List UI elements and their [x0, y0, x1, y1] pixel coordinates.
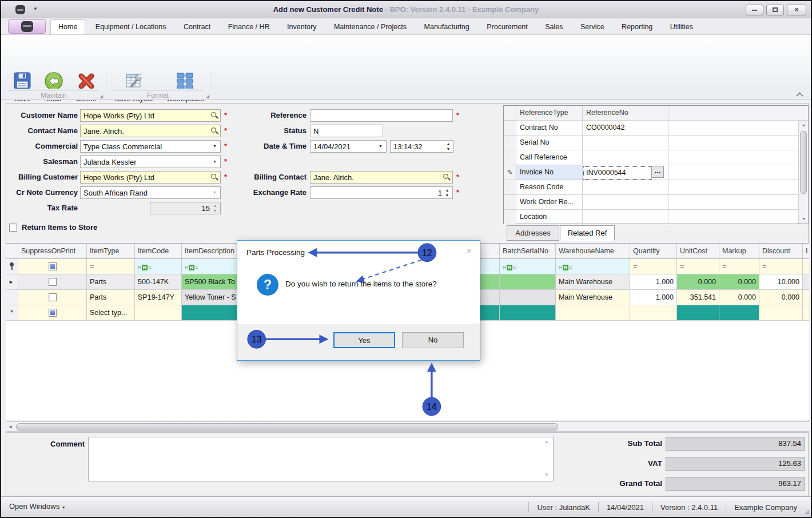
ref-row-reason[interactable]: Reason Code	[504, 180, 808, 195]
cell-quantity[interactable]	[630, 305, 677, 320]
cell-unitcost[interactable]: 0.000	[677, 274, 719, 289]
tab-related-ref[interactable]: Related Ref	[560, 225, 615, 241]
status-input[interactable]	[310, 125, 383, 137]
collapse-ribbon-icon[interactable]	[796, 92, 803, 99]
cell-warehousename[interactable]	[556, 305, 630, 320]
cell-batchserialno[interactable]	[500, 290, 556, 305]
billing-customer-input[interactable]	[80, 171, 221, 184]
cell-quantity[interactable]: 1.000	[630, 274, 677, 289]
col-unitcost[interactable]: UnitCost	[677, 244, 719, 258]
time-input[interactable]	[390, 140, 453, 153]
filter-quantity[interactable]: =	[630, 259, 677, 274]
cell-suppress-checkbox[interactable]	[18, 290, 87, 305]
col-batchserialno[interactable]: BatchSerialNo	[500, 244, 556, 258]
cell-markup[interactable]: 0.000	[719, 290, 759, 305]
cr-note-currency-select[interactable]	[80, 186, 221, 199]
cell-batchserialno[interactable]	[500, 305, 556, 320]
cell-suppress-checkbox[interactable]	[18, 305, 87, 320]
col-warehousename[interactable]: WarehouseName	[556, 244, 630, 258]
close-button[interactable]: ×	[787, 5, 806, 15]
cell-markup[interactable]: 0.000	[719, 274, 759, 289]
ref-col-referenceno[interactable]: ReferenceNo	[583, 106, 668, 120]
cell-itemtype[interactable]: Parts	[87, 290, 135, 305]
tab-utilities[interactable]: Utilities	[663, 20, 700, 34]
contact-name-input[interactable]	[80, 125, 221, 137]
ref-row-call[interactable]: Call Reference	[504, 150, 808, 165]
cell-suppress-checkbox[interactable]	[18, 274, 87, 289]
search-icon[interactable]	[443, 173, 450, 181]
tab-home[interactable]: Home	[50, 19, 85, 34]
ref-row-invoice[interactable]: ✎ Invoice No INV0000544...	[504, 165, 808, 180]
search-icon[interactable]	[210, 111, 218, 119]
filter-suppressonprint[interactable]	[18, 259, 87, 274]
filter-batchserialno[interactable]: RBC	[500, 259, 556, 274]
maintain-dialog-launcher-icon[interactable]: ◢	[99, 94, 103, 99]
grid-horizontal-scrollbar[interactable]: ◄	[6, 421, 809, 432]
tab-manufacturing[interactable]: Manufacturing	[417, 20, 477, 34]
col-suppressonprint[interactable]: SuppressOnPrint	[18, 244, 87, 258]
cell-itemcode[interactable]	[135, 305, 182, 320]
resize-grip-icon[interactable]: ◢	[805, 508, 809, 515]
col-itemtype[interactable]: ItemType	[87, 244, 135, 258]
invoice-no-editor[interactable]: INV0000544	[584, 167, 651, 179]
cell-itemtype[interactable]: Parts	[87, 274, 135, 289]
commercial-select[interactable]	[80, 140, 221, 153]
no-button[interactable]: No	[402, 332, 464, 348]
filter-discount[interactable]: =	[759, 259, 803, 274]
tab-equipment-locations[interactable]: Equipment / Locations	[88, 20, 174, 34]
col-discount[interactable]: Discount	[759, 244, 803, 258]
date-input[interactable]	[310, 140, 387, 153]
ellipsis-button[interactable]: ...	[651, 166, 664, 178]
tab-procurement[interactable]: Procurement	[479, 20, 535, 34]
billing-contact-input[interactable]	[310, 171, 453, 184]
tab-service[interactable]: Service	[573, 20, 612, 34]
comment-textarea[interactable]	[88, 437, 554, 481]
ref-row-contract[interactable]: Contract No CO0000042	[504, 121, 808, 136]
col-markup[interactable]: Markup	[719, 244, 759, 258]
ref-scrollbar[interactable]: ▲ ▼	[798, 121, 808, 224]
tab-finance-hr[interactable]: Finance / HR	[221, 20, 277, 34]
yes-button[interactable]: Yes	[333, 332, 395, 348]
cell-markup[interactable]	[719, 305, 759, 320]
cell-quantity[interactable]: 1.000	[630, 290, 677, 305]
return-items-checkbox[interactable]	[9, 224, 17, 232]
cell-batchserialno[interactable]	[500, 274, 556, 289]
cell-unitcost[interactable]	[677, 305, 719, 320]
scroll-up-icon[interactable]: ▲	[799, 121, 809, 130]
scroll-up-icon[interactable]: ▲	[544, 439, 549, 444]
salesman-select[interactable]	[80, 156, 221, 168]
filter-unitcost[interactable]: =	[677, 259, 719, 274]
scroll-left-icon[interactable]: ◄	[8, 424, 13, 429]
ref-row-serial[interactable]: Serial No	[504, 136, 808, 150]
spinner-icons[interactable]: ▲▼	[212, 203, 218, 213]
time-spinner-icons[interactable]: ▲▼	[445, 141, 452, 152]
filter-warehousename[interactable]: RBC	[556, 259, 630, 274]
cell-unitcost[interactable]: 351.541	[677, 290, 719, 305]
maximize-button[interactable]	[766, 5, 784, 15]
tab-reporting[interactable]: Reporting	[614, 20, 660, 34]
open-windows-menu[interactable]: Open Windows ▼	[9, 502, 66, 511]
tax-rate-input[interactable]	[150, 202, 221, 214]
search-icon[interactable]	[210, 173, 218, 181]
minimize-button[interactable]	[746, 5, 763, 15]
scrollbar-thumb[interactable]	[16, 423, 558, 431]
cell-itemcode[interactable]: 500-147K	[135, 274, 182, 289]
filter-itemcode[interactable]: RBC	[135, 259, 182, 274]
ref-row-workorder[interactable]: Work Order Re...	[504, 195, 808, 210]
reference-input[interactable]	[310, 109, 453, 122]
tab-sales[interactable]: Sales	[538, 20, 570, 34]
tab-contract[interactable]: Contract	[176, 20, 218, 34]
filter-itemtype[interactable]: =	[87, 259, 135, 274]
col-quantity[interactable]: Quantity	[630, 244, 677, 258]
col-itemcode[interactable]: ItemCode	[135, 244, 182, 258]
tab-maintenance-projects[interactable]: Maintenance / Projects	[327, 20, 414, 34]
exchange-rate-input[interactable]	[310, 186, 453, 199]
search-icon[interactable]	[210, 127, 218, 134]
application-menu-button[interactable]	[8, 19, 46, 34]
filter-markup[interactable]: =	[719, 259, 759, 274]
dialog-close-icon[interactable]: ×	[467, 246, 472, 256]
cell-discount[interactable]: 0.000	[759, 290, 803, 305]
spinner-icons[interactable]: ▲▼	[444, 188, 451, 198]
cell-warehousename[interactable]: Main Warehouse	[556, 274, 630, 289]
tab-inventory[interactable]: Inventory	[280, 20, 324, 34]
